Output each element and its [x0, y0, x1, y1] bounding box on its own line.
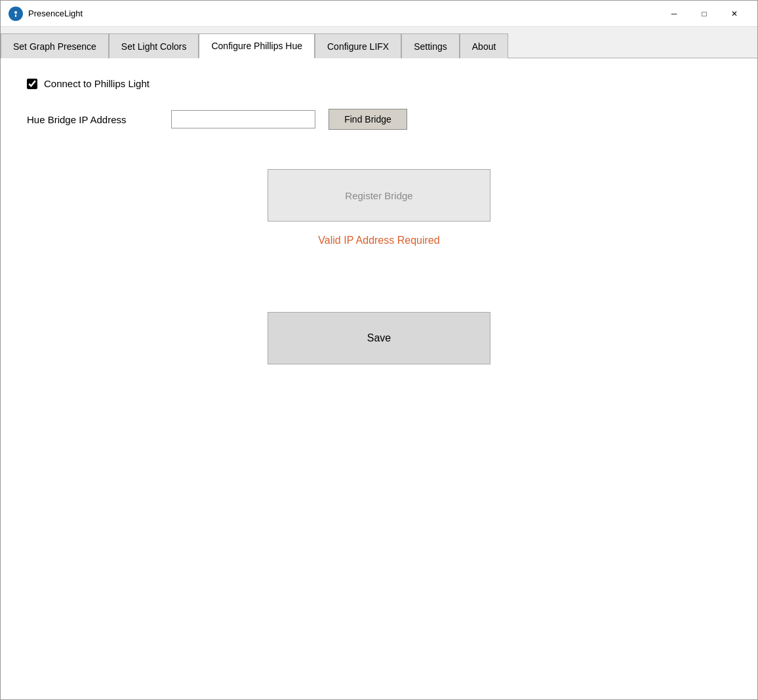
maximize-button[interactable]: □ — [689, 3, 719, 24]
connect-checkbox[interactable] — [27, 79, 37, 89]
tab-set-light-colors[interactable]: Set Light Colors — [109, 33, 199, 58]
main-window: PresenceLight ─ □ ✕ Set Graph Presence S… — [0, 0, 758, 700]
app-title: PresenceLight — [28, 9, 659, 18]
connect-label: Connect to Phillips Light — [44, 78, 150, 89]
save-section: Save — [27, 312, 731, 364]
svg-rect-2 — [15, 14, 16, 17]
svg-point-1 — [14, 11, 17, 14]
tab-bar: Set Graph Presence Set Light Colors Conf… — [1, 27, 757, 58]
close-button[interactable]: ✕ — [719, 3, 749, 24]
content-area: Connect to Phillips Light Hue Bridge IP … — [1, 58, 757, 699]
app-icon — [9, 7, 23, 21]
tab-set-graph-presence[interactable]: Set Graph Presence — [1, 33, 109, 58]
minimize-button[interactable]: ─ — [659, 3, 689, 24]
tab-configure-phillips-hue[interactable]: Configure Phillips Hue — [199, 33, 315, 58]
ip-row: Hue Bridge IP Address Find Bridge — [27, 109, 731, 130]
center-section: Register Bridge Valid IP Address Require… — [27, 169, 731, 246]
find-bridge-button[interactable]: Find Bridge — [329, 109, 407, 130]
title-bar: PresenceLight ─ □ ✕ — [1, 1, 757, 27]
tab-about[interactable]: About — [460, 33, 509, 58]
tab-configure-lifx[interactable]: Configure LIFX — [315, 33, 401, 58]
save-button[interactable]: Save — [268, 312, 490, 364]
ip-label: Hue Bridge IP Address — [27, 114, 158, 125]
connect-row: Connect to Phillips Light — [27, 78, 731, 89]
validation-message: Valid IP Address Required — [318, 235, 439, 246]
register-bridge-button[interactable]: Register Bridge — [268, 169, 490, 222]
ip-input[interactable] — [171, 110, 315, 128]
window-controls: ─ □ ✕ — [659, 3, 749, 24]
tab-settings[interactable]: Settings — [401, 33, 460, 58]
